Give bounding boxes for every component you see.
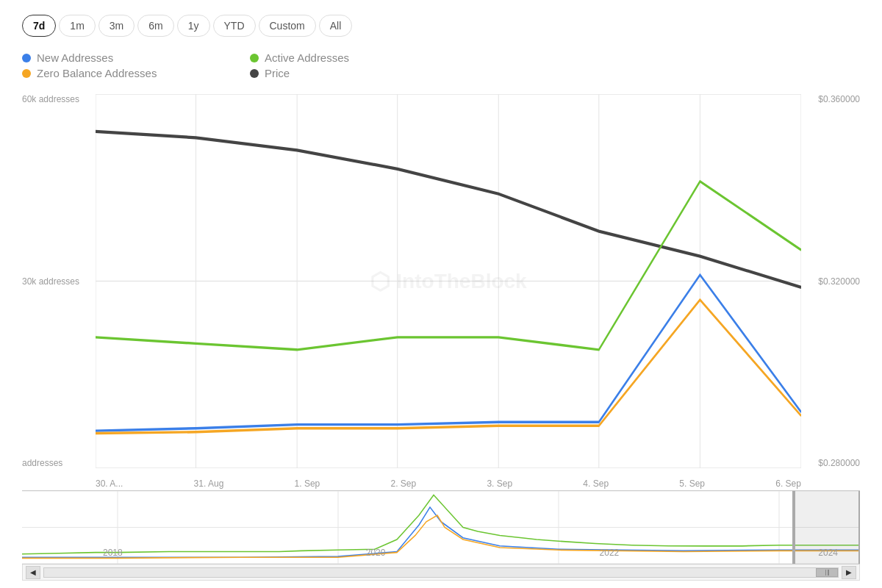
btn-ytd[interactable]: YTD (213, 15, 256, 37)
grip-line-2 (828, 570, 829, 576)
btn-1m[interactable]: 1m (59, 15, 95, 37)
legend-item-active: Active Addresses (250, 51, 463, 64)
legend-dot-active (250, 54, 259, 62)
x-axis-labels: 30. A... 31. Aug 1. Sep 2. Sep 3. Sep 4.… (96, 478, 801, 489)
chart-legend: New Addresses Active Addresses Zero Bala… (22, 51, 463, 79)
x-label-31aug: 31. Aug (194, 478, 224, 489)
legend-item-new: New Addresses (22, 51, 235, 64)
x-label-6sep: 6. Sep (775, 478, 801, 489)
legend-item-price: Price (250, 67, 463, 79)
scroll-track[interactable] (43, 567, 839, 578)
legend-dot-new (22, 54, 31, 62)
btn-1y[interactable]: 1y (177, 15, 210, 37)
main-chart: 60k addresses 30k addresses addresses $0… (22, 94, 860, 491)
svg-rect-19 (794, 491, 860, 564)
legend-dot-zero (22, 69, 31, 78)
svg-rect-20 (792, 491, 795, 564)
grip-line-1 (825, 570, 827, 576)
main-chart-svg (96, 94, 801, 468)
legend-label-price: Price (265, 67, 290, 79)
chart-area: 60k addresses 30k addresses addresses $0… (22, 94, 860, 581)
legend-dot-price (250, 69, 259, 78)
y-label-360: $0.360000 (818, 94, 860, 104)
y-label-320: $0.320000 (818, 276, 860, 287)
scroll-right-button[interactable]: ▶ (842, 566, 856, 579)
y-label-280: $0.280000 (818, 458, 860, 468)
x-label-2sep: 2. Sep (390, 478, 416, 489)
x-label-30aug: 30. A... (96, 478, 123, 489)
mini-chart-svg (22, 491, 860, 564)
x-label-3sep: 3. Sep (487, 478, 512, 489)
btn-6m[interactable]: 6m (137, 15, 173, 37)
chart-svg-container: ⬡ IntoTheBlock (96, 94, 801, 468)
time-range-bar: 7d 1m 3m 6m 1y YTD Custom All (22, 15, 860, 37)
y-label-30k: 30k addresses (22, 276, 79, 287)
scrollbar[interactable]: ◀ ▶ (22, 564, 860, 581)
btn-all[interactable]: All (319, 15, 353, 37)
new-addresses-line (96, 275, 801, 431)
active-addresses-line (96, 182, 801, 350)
legend-label-new: New Addresses (37, 51, 113, 64)
y-axis-right: $0.360000 $0.320000 $0.280000 (818, 94, 860, 468)
scroll-thumb[interactable] (816, 568, 838, 577)
btn-custom[interactable]: Custom (259, 15, 316, 37)
legend-item-zero: Zero Balance Addresses (22, 67, 235, 79)
mini-chart: 2018 2020 2022 2024 (22, 491, 860, 564)
y-label-0: addresses (22, 458, 79, 468)
legend-label-zero: Zero Balance Addresses (37, 67, 157, 79)
x-label-1sep: 1. Sep (295, 478, 320, 489)
btn-3m[interactable]: 3m (98, 15, 135, 37)
y-axis-left: 60k addresses 30k addresses addresses (22, 94, 79, 468)
zero-balance-line (96, 300, 801, 434)
scroll-left-button[interactable]: ◀ (26, 566, 40, 579)
main-container: 7d 1m 3m 6m 1y YTD Custom All New Addres… (0, 0, 882, 588)
svg-rect-21 (858, 491, 860, 564)
legend-label-active: Active Addresses (265, 51, 349, 64)
x-label-4sep: 4. Sep (583, 478, 609, 489)
btn-7d[interactable]: 7d (22, 15, 56, 37)
x-label-5sep: 5. Sep (679, 478, 705, 489)
price-line (96, 132, 801, 287)
y-label-60k: 60k addresses (22, 94, 79, 104)
